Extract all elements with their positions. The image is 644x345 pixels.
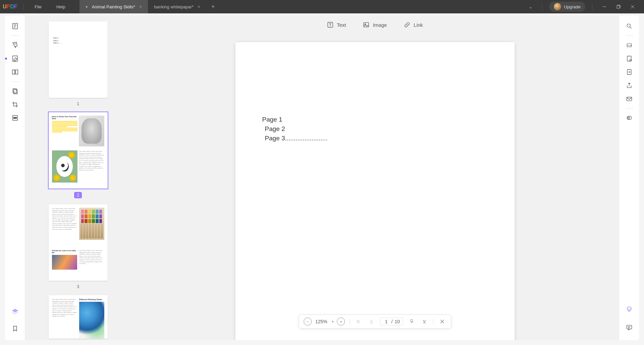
convert-button[interactable] [623, 66, 635, 78]
canvas-area[interactable]: Text Image Link Page 1 Page 2 Page 3....… [131, 15, 619, 340]
next-page-button[interactable] [408, 318, 416, 326]
svg-point-26 [627, 24, 630, 27]
chat-button[interactable] [623, 321, 635, 333]
zoom-dropdown-icon[interactable]: ▼ [331, 320, 334, 324]
text-tool-label: Text [337, 22, 346, 28]
page-input[interactable]: 1 / 10 [380, 318, 403, 326]
upgrade-label: Upgrade [564, 4, 581, 9]
bookmark-button[interactable] [9, 323, 21, 335]
close-button[interactable] [627, 2, 638, 11]
titlebar: UPDF File Help ▾ Animal Painting Skills*… [0, 0, 644, 13]
svg-rect-11 [12, 70, 14, 74]
svg-text:OCR: OCR [627, 45, 631, 47]
email-button[interactable] [623, 93, 635, 105]
thumbnail-3[interactable]: Lorem ipsum dolor sit amet consectetur a… [25, 204, 131, 289]
svg-point-36 [628, 308, 629, 309]
close-toolbar-button[interactable] [438, 318, 446, 326]
thumbnail-4[interactable]: Lorem ipsum dolor sit amet consectetur a… [25, 295, 131, 339]
svg-line-27 [630, 27, 631, 28]
maximize-button[interactable] [613, 2, 624, 11]
layers-button[interactable] [9, 306, 21, 318]
crop-button[interactable] [9, 98, 21, 111]
document-page[interactable]: Page 1 Page 2 Page 3....................… [235, 42, 515, 340]
left-rail [5, 15, 25, 340]
ocr-button[interactable]: OCR [623, 39, 635, 51]
minimize-button[interactable] [599, 2, 610, 11]
svg-point-35 [628, 117, 629, 119]
svg-rect-16 [13, 117, 16, 119]
share-button[interactable] [623, 79, 635, 91]
svg-rect-39 [627, 325, 632, 329]
current-page[interactable]: 1 [383, 319, 389, 324]
first-page-button[interactable] [355, 318, 363, 326]
image-icon [363, 21, 370, 28]
chevron-down-icon[interactable]: ⌄ [526, 4, 535, 9]
thumb-page-number: 1 [77, 101, 79, 106]
close-icon[interactable]: × [198, 4, 200, 9]
zoom-out-button[interactable]: − [304, 318, 312, 326]
thumb3-subtitle: Animals are a part of our daily life [52, 250, 77, 254]
app-logo[interactable]: UPDF [0, 4, 20, 10]
upgrade-button[interactable]: Upgrade [549, 2, 585, 12]
bottom-toolbar: − 125% ▼ + 1 / 10 [299, 315, 451, 329]
search-button[interactable] [623, 20, 635, 32]
organize-button[interactable] [9, 66, 21, 78]
page-tools-button[interactable] [9, 85, 21, 97]
page-display-button[interactable] [623, 53, 635, 65]
tab-animal-painting[interactable]: ▾ Animal Painting Skills* × [79, 0, 148, 13]
image-tool-button[interactable]: Image [363, 21, 387, 28]
text-icon [327, 21, 333, 28]
link-icon [404, 21, 410, 28]
redact-button[interactable] [9, 112, 21, 124]
tab-banking-whitepaper[interactable]: banking whitepapar* × [148, 0, 206, 13]
svg-rect-33 [627, 97, 632, 101]
svg-rect-30 [627, 56, 631, 61]
page-separator: / [391, 319, 393, 324]
link-tool-button[interactable]: Link [404, 21, 423, 28]
prev-page-button[interactable] [368, 318, 376, 326]
thumb2-title: How to Draw Our Favorite Pets [52, 116, 77, 120]
zoom-in-button[interactable]: + [337, 318, 345, 326]
svg-rect-13 [13, 89, 16, 93]
svg-rect-2 [617, 6, 620, 8]
thumb-page-number: 2 [74, 192, 82, 198]
svg-rect-14 [14, 89, 17, 94]
reader-mode-button[interactable] [9, 20, 21, 32]
menu-file[interactable]: File [27, 4, 49, 9]
thumb4-title: Different Painting Styles [79, 298, 104, 300]
close-icon[interactable]: × [139, 4, 142, 9]
thumbnail-panel[interactable]: Page 1Page 2Page 3.......... 1 How to Dr… [25, 15, 131, 340]
new-tab-button[interactable]: + [206, 0, 220, 13]
svg-point-37 [630, 308, 630, 309]
svg-rect-18 [364, 22, 369, 27]
svg-rect-12 [15, 70, 17, 74]
thumbnail-1[interactable]: Page 1Page 2Page 3.......... 1 [25, 21, 131, 106]
page-text-line[interactable]: Page 2 [262, 125, 488, 133]
text-tool-button[interactable]: Text [327, 21, 346, 28]
edit-toolbar: Text Image Link [320, 19, 430, 31]
thumbnail-2[interactable]: How to Draw Our Favorite Pets Lorem ipsu… [25, 112, 131, 198]
edit-button[interactable] [9, 53, 21, 65]
link-tool-label: Link [414, 22, 423, 28]
ai-button[interactable] [623, 303, 635, 315]
tab-strip: ▾ Animal Painting Skills* × banking whit… [79, 0, 220, 13]
pin-icon: ▾ [86, 4, 88, 9]
avatar-icon [554, 3, 561, 10]
comment-button[interactable] [9, 39, 21, 51]
zoom-value[interactable]: 125% [314, 319, 328, 324]
last-page-button[interactable] [420, 318, 428, 326]
page-text-line[interactable]: Page 1 [262, 116, 488, 123]
thumb-page-number: 3 [77, 284, 79, 289]
image-tool-label: Image [373, 22, 387, 28]
svg-point-38 [629, 309, 630, 310]
tab-title: banking whitepapar* [154, 4, 194, 9]
form-button[interactable] [623, 112, 635, 124]
tab-title: Animal Painting Skills* [92, 4, 135, 9]
total-pages: 10 [395, 319, 400, 324]
right-rail: OCR [619, 15, 639, 340]
page-text-line[interactable]: Page 3........................ [262, 135, 488, 142]
menu-help[interactable]: Help [49, 4, 73, 9]
